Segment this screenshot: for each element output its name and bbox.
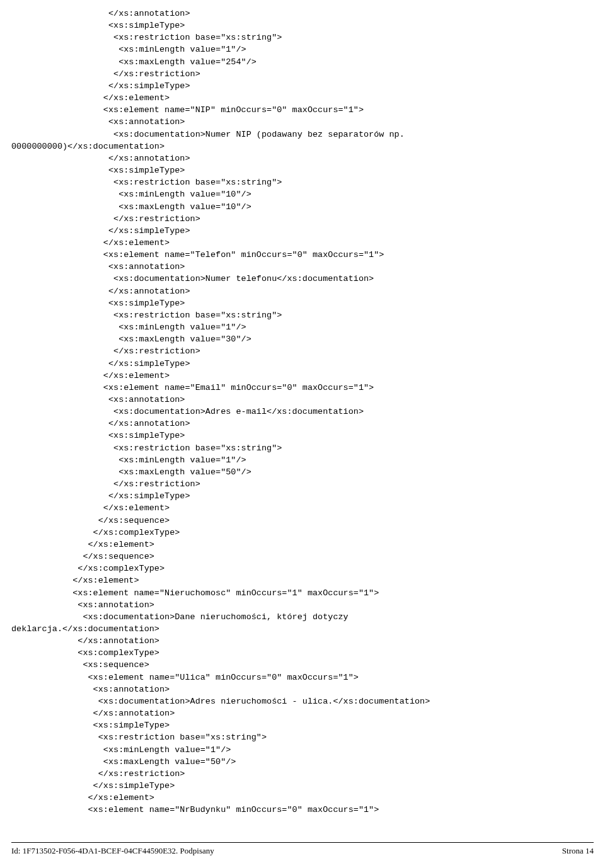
footer-divider bbox=[11, 842, 594, 843]
footer-page-number: Strona 14 bbox=[562, 845, 594, 857]
page-footer: Id: 1F713502-F056-4DA1-BCEF-04CF44590E32… bbox=[0, 842, 605, 857]
xml-code-block: </xs:annotation> <xs:simpleType> <xs:res… bbox=[11, 8, 594, 816]
footer-id: Id: 1F713502-F056-4DA1-BCEF-04CF44590E32… bbox=[11, 845, 214, 857]
footer-row: Id: 1F713502-F056-4DA1-BCEF-04CF44590E32… bbox=[11, 845, 594, 857]
page-body: </xs:annotation> <xs:simpleType> <xs:res… bbox=[0, 0, 605, 816]
